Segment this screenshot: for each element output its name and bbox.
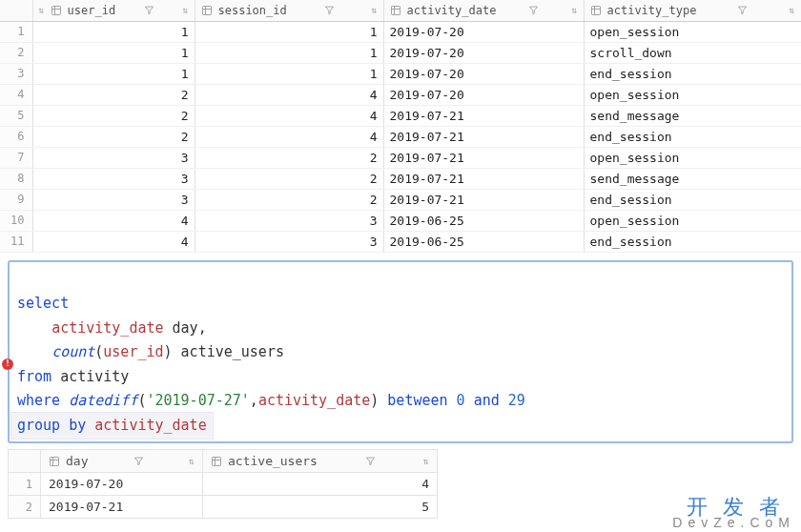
row-number: 10 [0,210,32,231]
cell-session-id[interactable]: 1 [195,42,383,63]
sort-icon[interactable]: ⇅ [182,6,188,15]
col-header-user-id[interactable]: ⇅ user_id ⇅ [32,0,195,21]
cell-session-id[interactable]: 2 [195,147,383,168]
cell-active-users[interactable]: 5 [203,496,438,519]
cell-activity-date[interactable]: 2019-07-20 [383,84,584,105]
table-row[interactable]: 5242019-07-21send_message [0,105,801,126]
cell-session-id[interactable]: 1 [195,21,383,42]
col-header-day[interactable]: day ⇅ [41,450,203,473]
svg-rect-6 [391,6,400,14]
column-icon [590,5,602,16]
cell-activity-date[interactable]: 2019-07-21 [383,105,584,126]
cell-activity-date[interactable]: 2019-07-21 [383,126,584,147]
cell-activity-date[interactable]: 2019-07-20 [383,42,584,63]
cell-activity-date[interactable]: 2019-07-20 [383,63,584,84]
result-table[interactable]: day ⇅ active_users [8,449,438,519]
sql-number: 0 [457,392,465,409]
cell-session-id[interactable]: 1 [195,63,383,84]
table-row[interactable]: 6242019-07-21end_session [0,126,801,147]
cell-session-id[interactable]: 4 [195,84,383,105]
cell-activity-date[interactable]: 2019-07-21 [383,189,584,210]
cell-activity-date[interactable]: 2019-07-20 [383,21,584,42]
col-header-session-id[interactable]: session_id ⇅ [195,0,383,21]
cell-activity-type[interactable]: open_session [584,210,801,231]
table-row[interactable]: 9322019-07-21end_session [0,189,801,210]
cell-user-id[interactable]: 4 [32,210,195,231]
filter-icon[interactable] [365,456,376,466]
cell-session-id[interactable]: 4 [195,105,383,126]
filter-icon[interactable] [737,5,748,15]
sql-keyword: between [387,392,447,409]
cell-day[interactable]: 2019-07-20 [41,473,203,496]
sql-editor[interactable]: !select activity_date day, count(user_id… [8,260,793,444]
table-row[interactable]: 12019-07-204 [9,473,438,496]
filter-icon[interactable] [528,5,539,15]
row-number: 1 [9,473,41,496]
sql-keyword: and [474,392,500,409]
cell-activity-date[interactable]: 2019-07-21 [383,147,584,168]
cell-user-id[interactable]: 2 [32,84,195,105]
column-icon [201,5,213,16]
filter-icon[interactable] [144,5,154,15]
table-row[interactable]: 3112019-07-20end_session [0,63,801,84]
cell-activity-type[interactable]: end_session [584,189,801,210]
cell-activity-type[interactable]: open_session [584,84,801,105]
cell-activity-type[interactable]: send_message [584,168,801,189]
cell-session-id[interactable]: 2 [195,168,383,189]
cell-user-id[interactable]: 3 [32,189,195,210]
cell-active-users[interactable]: 4 [203,473,438,496]
filter-icon[interactable] [134,456,144,466]
activity-table[interactable]: ⇅ user_id ⇅ [0,0,801,253]
cell-session-id[interactable]: 4 [195,126,383,147]
filter-icon[interactable] [324,5,335,15]
svg-rect-9 [591,6,600,14]
error-gutter-icon[interactable]: ! [2,358,13,370]
table-row[interactable]: 11432019-06-25end_session [0,231,801,252]
cell-activity-type[interactable]: open_session [584,21,801,42]
cell-user-id[interactable]: 3 [32,168,195,189]
cell-user-id[interactable]: 1 [32,21,195,42]
col-header-activity-type[interactable]: activity_type ⇅ [584,0,801,21]
table-row[interactable]: 2112019-07-20scroll_down [0,42,801,63]
sort-icon[interactable]: ⇅ [371,6,377,15]
cell-activity-date[interactable]: 2019-06-25 [383,231,584,252]
table-row[interactable]: 1112019-07-20open_session [0,21,801,42]
cell-session-id[interactable]: 2 [195,189,383,210]
sql-lparen: ( [94,343,103,360]
sort-icon[interactable]: ⇅ [789,6,794,15]
sql-keyword: select [17,295,69,312]
cell-user-id[interactable]: 1 [32,63,195,84]
cell-user-id[interactable]: 2 [32,105,195,126]
table-row[interactable]: 8322019-07-21send_message [0,168,801,189]
cell-activity-type[interactable]: end_session [584,231,801,252]
row-number-header [0,0,32,21]
cell-activity-date[interactable]: 2019-07-21 [383,168,584,189]
cell-activity-type[interactable]: open_session [584,147,801,168]
cell-user-id[interactable]: 1 [32,42,195,63]
cell-session-id[interactable]: 3 [195,231,383,252]
svg-rect-12 [51,457,59,465]
sort-icon[interactable]: ⇅ [571,6,577,15]
cell-activity-type[interactable]: end_session [584,63,801,84]
svg-rect-3 [202,6,211,14]
cell-activity-type[interactable]: scroll_down [584,42,801,63]
col-header-active-users[interactable]: active_users ⇅ [203,450,438,473]
cell-activity-date[interactable]: 2019-06-25 [383,210,584,231]
col-header-activity-date[interactable]: activity_date ⇅ [383,0,584,21]
table-row[interactable]: 22019-07-215 [9,496,438,519]
table-row[interactable]: 10432019-06-25open_session [0,210,801,231]
sort-icon[interactable]: ⇅ [189,457,195,466]
sql-table-ref: activity [60,368,129,385]
table-row[interactable]: 7322019-07-21open_session [0,147,801,168]
cell-activity-type[interactable]: send_message [584,105,801,126]
row-number: 5 [0,105,32,126]
cell-user-id[interactable]: 4 [32,231,195,252]
cell-user-id[interactable]: 3 [32,147,195,168]
cell-session-id[interactable]: 3 [195,210,383,231]
table-row[interactable]: 4242019-07-20open_session [0,84,801,105]
sort-icon[interactable]: ⇅ [423,457,429,466]
cell-user-id[interactable]: 2 [32,126,195,147]
sort-icon[interactable]: ⇅ [39,6,45,15]
cell-day[interactable]: 2019-07-21 [41,496,203,519]
cell-activity-type[interactable]: end_session [584,126,801,147]
